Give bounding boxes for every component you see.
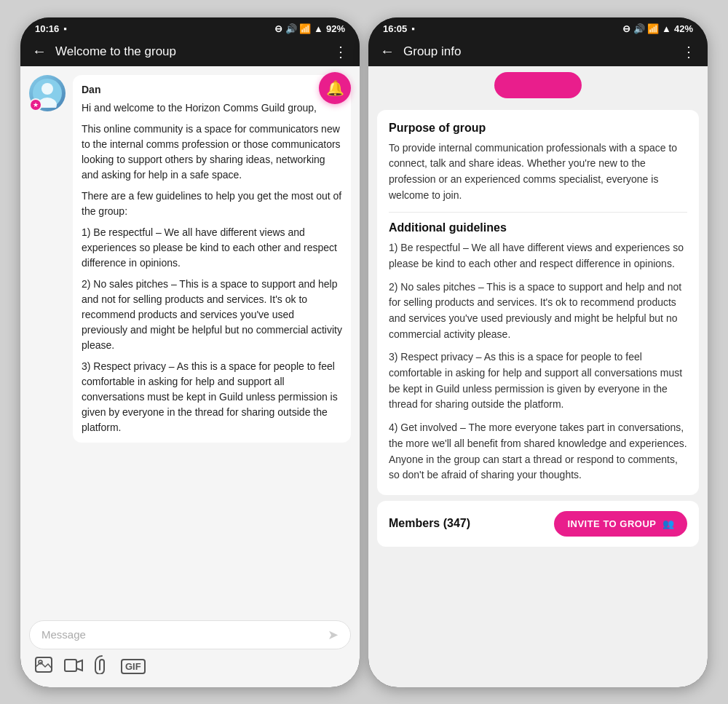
right-time: 16:05 bbox=[383, 23, 407, 34]
svg-point-1 bbox=[41, 83, 53, 95]
guidelines-title: Additional guidelines bbox=[389, 221, 687, 234]
video-icon[interactable] bbox=[64, 657, 83, 676]
guideline-2: 2) No sales pitches – This is a space to… bbox=[389, 280, 687, 343]
left-back-button[interactable]: ← bbox=[32, 43, 47, 60]
purpose-text: To provide internal communication profes… bbox=[389, 141, 687, 204]
right-battery: 42% bbox=[674, 23, 693, 34]
right-screen-title: Group info bbox=[403, 44, 673, 59]
chat-content: ★ Dan Hi and welcome to the Horizon Comm… bbox=[20, 66, 360, 614]
left-more-button[interactable]: ⋮ bbox=[333, 43, 348, 60]
members-bar: Members (347) INVITE TO GROUP 👥 bbox=[377, 501, 699, 547]
guideline-3: 3) Respect privacy – As this is a space … bbox=[389, 349, 687, 413]
members-label: Members (347) bbox=[389, 517, 470, 530]
msg-p6: 3) Respect privacy – As this is a space … bbox=[82, 359, 342, 435]
msg-p3: There are a few guidelines to help you g… bbox=[82, 189, 342, 219]
purpose-card: Purpose of group To provide internal com… bbox=[377, 110, 699, 495]
guidelines-text: 1) Be respectful – We all have different… bbox=[389, 240, 687, 483]
chat-body-wrap: 🔔 bbox=[20, 66, 360, 687]
right-status-icons: ⊖ 🔊 📶 ▲ bbox=[622, 23, 671, 34]
image-icon[interactable] bbox=[35, 657, 52, 677]
message-sender: Dan bbox=[82, 82, 342, 98]
left-status-bar: 10:16 ▪ ⊖ 🔊 📶 ▲ 92% bbox=[20, 17, 360, 37]
msg-p1: Hi and welcome to the Horizon Comms Guil… bbox=[82, 100, 342, 116]
message-input-row[interactable]: Message ➤ bbox=[29, 620, 351, 649]
right-top-bar: ← Group info ⋮ bbox=[368, 37, 708, 66]
invite-to-group-button[interactable]: INVITE TO GROUP 👥 bbox=[554, 511, 687, 537]
left-screen-icon: ▪ bbox=[63, 23, 67, 34]
left-screen-title: Welcome to the group bbox=[55, 44, 325, 59]
left-battery: 92% bbox=[326, 23, 345, 34]
svg-rect-5 bbox=[65, 660, 76, 671]
invite-button-label: INVITE TO GROUP bbox=[567, 518, 656, 529]
left-time: 10:16 bbox=[35, 23, 59, 34]
message-container: ★ Dan Hi and welcome to the Horizon Comm… bbox=[29, 75, 351, 443]
left-status-icons: ⊖ 🔊 📶 ▲ bbox=[274, 23, 323, 34]
info-content: Purpose of group To provide internal com… bbox=[368, 66, 708, 687]
avatar-badge: ★ bbox=[29, 98, 42, 111]
message-bubble: Dan Hi and welcome to the Horizon Comms … bbox=[73, 75, 351, 443]
msg-p2: This online community is a space for com… bbox=[82, 122, 342, 183]
message-placeholder: Message bbox=[41, 628, 328, 641]
avatar-wrap: ★ bbox=[29, 75, 66, 111]
gif-icon[interactable]: GIF bbox=[121, 659, 146, 674]
right-status-bar: 16:05 ▪ ⊖ 🔊 📶 ▲ 42% bbox=[368, 17, 708, 37]
screens-container: 10:16 ▪ ⊖ 🔊 📶 ▲ 92% ← Welcome to the gro… bbox=[0, 0, 728, 704]
message-text: Hi and welcome to the Horizon Comms Guil… bbox=[82, 100, 342, 435]
info-top-strip bbox=[368, 66, 708, 104]
input-bar: Message ➤ bbox=[20, 614, 360, 687]
invite-button-icon: 👥 bbox=[662, 518, 675, 529]
card-divider bbox=[389, 212, 687, 213]
msg-p4: 1) Be respectful – We all have different… bbox=[82, 225, 342, 271]
right-back-button[interactable]: ← bbox=[380, 43, 395, 60]
members-text: Members bbox=[389, 517, 440, 529]
right-phone: 16:05 ▪ ⊖ 🔊 📶 ▲ 42% ← Group info ⋮ bbox=[368, 17, 708, 687]
purpose-paragraph: To provide internal communication profes… bbox=[389, 141, 687, 204]
top-action-button[interactable] bbox=[494, 72, 582, 98]
purpose-title: Purpose of group bbox=[389, 122, 687, 135]
send-icon[interactable]: ➤ bbox=[328, 627, 339, 643]
left-phone: 10:16 ▪ ⊖ 🔊 📶 ▲ 92% ← Welcome to the gro… bbox=[20, 17, 360, 687]
media-toolbar: GIF bbox=[29, 655, 351, 681]
guideline-1: 1) Be respectful – We all have different… bbox=[389, 240, 687, 272]
attachment-icon[interactable] bbox=[95, 655, 109, 679]
notification-fab[interactable]: 🔔 bbox=[319, 72, 351, 104]
guideline-4: 4) Get involved – The more everyone take… bbox=[389, 420, 687, 483]
members-count: (347) bbox=[443, 517, 470, 529]
left-top-bar: ← Welcome to the group ⋮ bbox=[20, 37, 360, 66]
right-more-button[interactable]: ⋮ bbox=[681, 43, 696, 60]
msg-p5: 2) No sales pitches – This is a space to… bbox=[82, 277, 342, 353]
right-screen-icon: ▪ bbox=[411, 23, 415, 34]
